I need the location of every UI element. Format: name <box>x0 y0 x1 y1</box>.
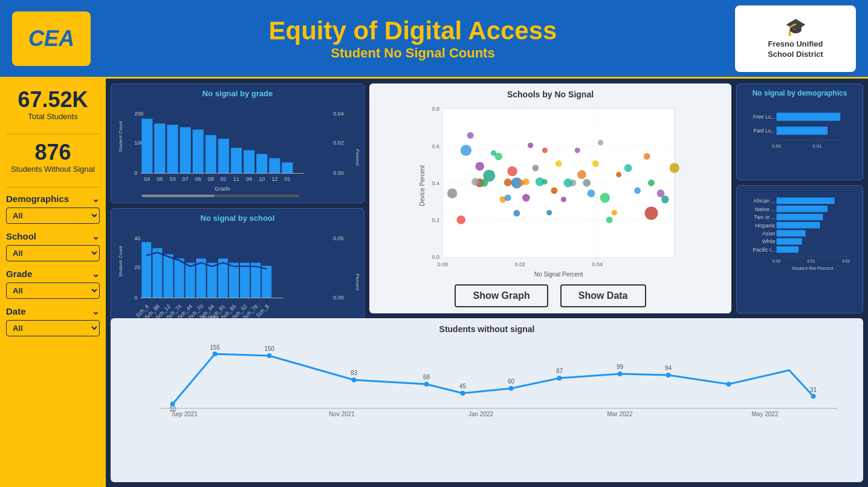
buttons-row: Show Graph Show Data <box>375 284 725 307</box>
school-label: School <box>6 231 36 241</box>
grade-chart-box: No signal by grade 200 100 0 0.04 0.02 0… <box>111 83 364 203</box>
date-label: Date <box>6 306 26 316</box>
svg-text:Pacific I...: Pacific I... <box>753 247 775 253</box>
svg-text:Asian: Asian <box>762 230 776 237</box>
svg-text:Student Count: Student Count <box>118 245 123 276</box>
sub-title: Student No Signal Counts <box>91 45 735 61</box>
svg-point-117 <box>481 179 488 187</box>
svg-rect-158 <box>777 230 806 237</box>
content-area: No signal by grade 200 100 0 0.04 0.02 0… <box>106 79 868 487</box>
svg-point-136 <box>644 153 650 160</box>
svg-point-125 <box>456 215 465 224</box>
header-title-block: Equity of Digital Access Student No Sign… <box>91 16 735 61</box>
svg-text:0.0: 0.0 <box>432 254 439 260</box>
svg-point-139 <box>657 189 665 197</box>
svg-text:Student Rel Percent: Student Rel Percent <box>792 266 834 271</box>
school-chart-title: No signal by school <box>116 214 359 223</box>
svg-rect-10 <box>167 125 178 173</box>
svg-rect-162 <box>777 246 798 253</box>
svg-text:12: 12 <box>271 176 277 182</box>
demo-top-chart: No signal by demographics Free Lu... Pai… <box>736 83 863 180</box>
svg-text:0.02: 0.02 <box>842 259 850 263</box>
total-students-value: 67.52K <box>6 88 100 112</box>
svg-point-129 <box>528 143 533 148</box>
svg-text:150: 150 <box>264 345 274 352</box>
line-chart-svg: 10 155 150 83 68 45 60 87 99 94 31 <box>117 339 857 417</box>
svg-point-138 <box>505 194 511 201</box>
show-graph-button[interactable]: Show Graph <box>455 284 548 307</box>
total-students-block: 67.52K Total Students <box>6 88 100 122</box>
grade-label: Grade <box>6 269 32 279</box>
svg-rect-8 <box>141 119 152 173</box>
demo-bottom-svg: African ... Native ... Two or ... Hispan… <box>742 191 858 308</box>
svg-text:0.00: 0.00 <box>333 294 344 300</box>
svg-point-184 <box>267 353 272 358</box>
school-chevron: ⌄ <box>92 231 100 242</box>
svg-point-132 <box>546 210 552 215</box>
grade-filter: Grade ⌄ All <box>6 269 100 299</box>
svg-text:0: 0 <box>134 294 137 300</box>
scatter-title: Schools by No Signal <box>375 90 725 99</box>
demographics-filter: Demographics ⌄ All <box>6 194 100 224</box>
svg-point-124 <box>575 148 580 153</box>
sidebar-divider-2 <box>6 187 100 188</box>
bottom-chart-area: Students without signal 10 155 150 83 68… <box>111 318 863 482</box>
svg-text:60: 60 <box>508 378 515 385</box>
svg-text:0.8: 0.8 <box>432 106 439 112</box>
scatter-svg: 0.8 0.6 0.4 0.2 0.0 0.00 0.02 0.04 Devic… <box>375 103 725 279</box>
svg-text:11: 11 <box>233 176 239 182</box>
top-row: No signal by grade 200 100 0 0.04 0.02 0… <box>111 83 863 313</box>
demographics-select[interactable]: All <box>6 208 100 224</box>
svg-rect-19 <box>282 163 293 174</box>
demographics-label: Demographics <box>6 194 69 204</box>
svg-point-114 <box>447 188 457 198</box>
svg-text:Two or ...: Two or ... <box>754 214 775 220</box>
svg-text:94: 94 <box>665 365 672 371</box>
svg-text:45: 45 <box>459 383 467 390</box>
no-signal-value: 876 <box>6 140 100 165</box>
school-filter-title[interactable]: School ⌄ <box>6 231 100 242</box>
svg-point-92 <box>475 162 484 171</box>
school-chart-box: No signal by school 40 20 0 0.05 0.00 St… <box>111 208 364 328</box>
demo-bottom-chart: African ... Native ... Two or ... Hispan… <box>736 185 863 313</box>
svg-point-91 <box>461 145 471 155</box>
date-chevron: ⌄ <box>92 306 100 317</box>
svg-text:0.02: 0.02 <box>333 140 344 146</box>
grade-filter-title[interactable]: Grade ⌄ <box>6 269 100 279</box>
svg-point-131 <box>583 179 591 187</box>
demo-top-title: No signal by demographics <box>742 89 858 97</box>
svg-point-193 <box>811 394 816 399</box>
svg-point-107 <box>588 189 595 197</box>
svg-text:05: 05 <box>157 176 163 182</box>
svg-rect-44 <box>152 248 162 298</box>
svg-text:Jan 2022: Jan 2022 <box>468 411 494 417</box>
svg-text:0.2: 0.2 <box>432 217 439 223</box>
date-filter-title[interactable]: Date ⌄ <box>6 306 100 317</box>
svg-point-115 <box>645 207 658 220</box>
svg-point-188 <box>509 386 514 391</box>
svg-text:02: 02 <box>221 176 227 182</box>
svg-point-189 <box>557 376 562 381</box>
svg-point-186 <box>424 382 429 387</box>
svg-rect-17 <box>256 154 267 173</box>
svg-text:Sep 2021: Sep 2021 <box>172 411 198 417</box>
grade-select[interactable]: All <box>6 283 100 299</box>
svg-text:08: 08 <box>208 176 214 182</box>
svg-rect-12 <box>193 129 204 173</box>
svg-text:0.01: 0.01 <box>812 143 821 149</box>
sidebar-divider-1 <box>6 134 100 134</box>
line-chart-title: Students without signal <box>117 324 857 334</box>
svg-text:African ...: African ... <box>753 198 775 204</box>
svg-rect-152 <box>777 206 828 212</box>
svg-text:Hispanic: Hispanic <box>756 223 776 229</box>
date-select[interactable]: All <box>6 320 100 336</box>
school-select[interactable]: All <box>6 245 100 261</box>
demographics-chevron: ⌄ <box>92 194 100 204</box>
svg-text:31: 31 <box>810 387 817 393</box>
right-charts: No signal by demographics Free Lu... Pai… <box>736 83 863 313</box>
svg-rect-47 <box>186 263 195 298</box>
svg-rect-53 <box>251 263 261 298</box>
demographics-filter-title[interactable]: Demographics ⌄ <box>6 194 100 204</box>
show-data-button[interactable]: Show Data <box>560 284 646 307</box>
svg-text:0.04: 0.04 <box>592 261 603 267</box>
